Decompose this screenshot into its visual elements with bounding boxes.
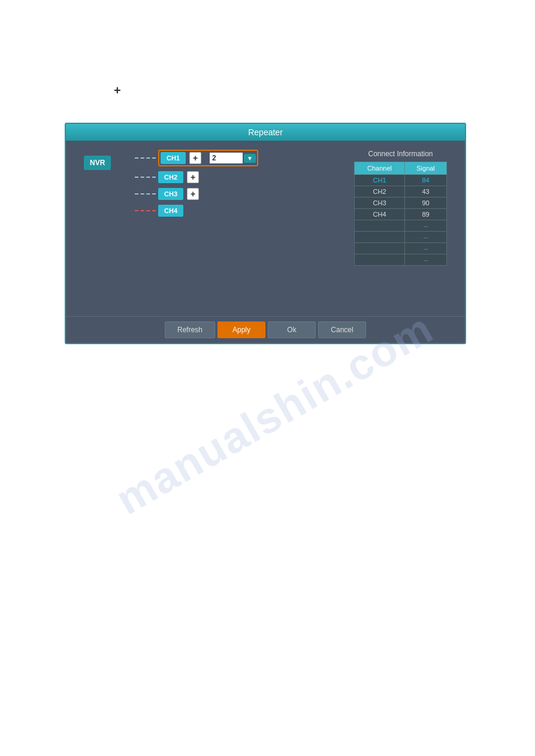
channel-cell-empty1 <box>355 220 405 232</box>
cancel-button[interactable]: Cancel <box>318 321 366 338</box>
dialog-title: Repeater <box>248 127 283 137</box>
signal-cell-ch4: 89 <box>405 209 447 220</box>
channels-area: CH1 + 2 1 3 4 ▼ CH2 + <box>135 150 258 221</box>
channel-cell-ch1: CH1 <box>355 175 405 186</box>
channel-cell-ch2: CH2 <box>355 186 405 198</box>
table-row: -- <box>355 220 447 232</box>
signal-cell-empty2: -- <box>405 232 447 243</box>
table-row: CH2 43 <box>355 186 447 198</box>
channel-cell-empty3 <box>355 243 405 254</box>
signal-cell-ch1: 84 <box>405 175 447 186</box>
connect-info-title: Connect Information <box>354 150 447 158</box>
col-header-channel: Channel <box>355 162 405 175</box>
table-row: CH1 84 <box>355 175 447 186</box>
channel-row-ch1: CH1 + 2 1 3 4 ▼ <box>135 150 258 166</box>
table-row: -- <box>355 243 447 254</box>
signal-cell-ch3: 90 <box>405 198 447 209</box>
channel-row-ch2: CH2 + <box>135 171 258 183</box>
nvr-label: NVR <box>84 156 111 170</box>
dialog-body: NVR CH1 + 2 1 3 4 ▼ <box>66 141 465 316</box>
channel-button-ch1[interactable]: CH1 <box>161 152 186 164</box>
channel-cell-ch3: CH3 <box>355 198 405 209</box>
plus-button-ch1[interactable]: + <box>189 152 201 164</box>
channel-cell-ch4: CH4 <box>355 209 405 220</box>
connect-info-panel: Connect Information Channel Signal CH1 8… <box>354 150 447 266</box>
channel-button-ch2[interactable]: CH2 <box>158 171 183 183</box>
channel-cell-empty2 <box>355 232 405 243</box>
signal-cell-empty1: -- <box>405 220 447 232</box>
dashed-line-ch4 <box>135 210 156 211</box>
refresh-button[interactable]: Refresh <box>165 321 215 338</box>
ch1-dropdown[interactable]: 2 1 3 4 <box>210 153 243 163</box>
apply-button[interactable]: Apply <box>217 321 265 338</box>
col-header-signal: Signal <box>405 162 447 175</box>
dashed-line-ch1 <box>135 157 156 159</box>
dropdown-arrow-icon[interactable]: ▼ <box>244 154 256 163</box>
ok-button[interactable]: Ok <box>268 321 316 338</box>
dashed-line-ch3 <box>135 193 156 195</box>
signal-cell-empty4: -- <box>405 254 447 266</box>
table-row: -- <box>355 254 447 266</box>
repeater-dialog: Repeater NVR CH1 + 2 1 3 4 <box>65 123 466 344</box>
channel-button-ch4[interactable]: CH4 <box>158 205 183 217</box>
signal-cell-empty3: -- <box>405 243 447 254</box>
dialog-title-bar: Repeater <box>66 124 465 141</box>
plus-button-ch3[interactable]: + <box>187 188 199 200</box>
dashed-line-ch2 <box>135 177 156 178</box>
table-row: CH4 89 <box>355 209 447 220</box>
signal-cell-ch2: 43 <box>405 186 447 198</box>
plus-button-ch2[interactable]: + <box>187 171 199 183</box>
plus-symbol: + <box>114 84 121 98</box>
dialog-footer: Refresh Apply Ok Cancel <box>66 316 465 343</box>
table-row: CH3 90 <box>355 198 447 209</box>
connect-info-table: Channel Signal CH1 84 CH2 43 CH3 <box>354 162 447 266</box>
channel-row-ch4: CH4 <box>135 205 258 217</box>
channel-button-ch3[interactable]: CH3 <box>158 188 183 200</box>
ch1-highlight: CH1 + 2 1 3 4 ▼ <box>158 150 258 166</box>
table-row: -- <box>355 232 447 243</box>
channel-cell-empty4 <box>355 254 405 266</box>
channel-row-ch3: CH3 + <box>135 188 258 200</box>
